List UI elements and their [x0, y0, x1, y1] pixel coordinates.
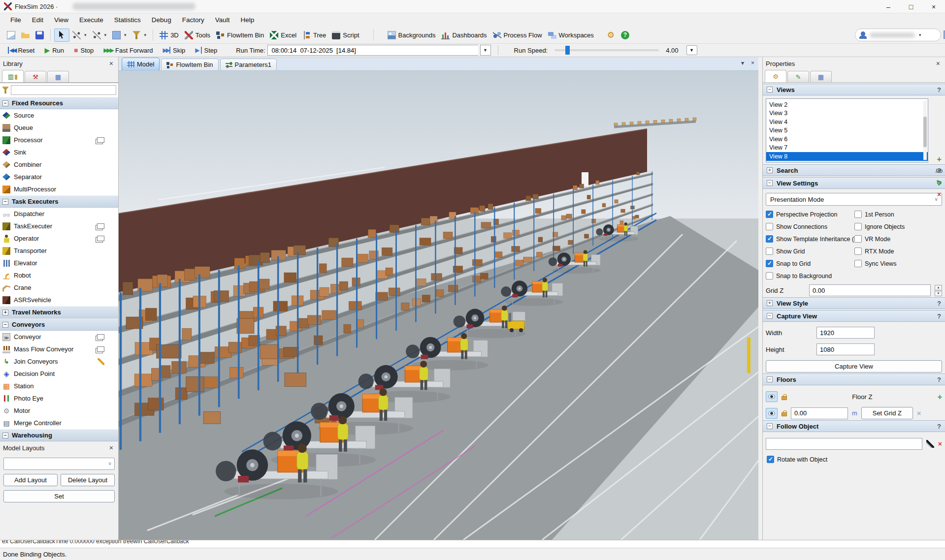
model-layouts-combobox[interactable]: ˅ — [3, 458, 115, 470]
library-item-separator[interactable]: Separator — [0, 171, 118, 183]
tab-model[interactable]: Model — [122, 58, 160, 70]
add-view-icon[interactable]: + — [937, 156, 941, 163]
library-group-task-executers[interactable]: −Task Executers — [0, 195, 118, 208]
help-icon[interactable]: ? — [937, 300, 941, 307]
library-item-crane[interactable]: Crane — [0, 281, 118, 294]
section-views[interactable]: −Views? — [763, 84, 945, 95]
delete-view-icon[interactable]: × — [937, 191, 941, 198]
library-item-station[interactable]: Station — [0, 380, 118, 392]
library-tab-toolbox[interactable]: ⚒ — [25, 71, 46, 82]
checkbox-icon[interactable] — [854, 211, 862, 218]
library-item-dispatcher[interactable]: Dispatcher — [0, 208, 118, 220]
library-item-conveyor[interactable]: Conveyor — [0, 331, 118, 343]
spinner-down-icon[interactable]: ▼ — [935, 291, 942, 296]
library-tab-objects[interactable]: ▥▮ — [2, 70, 24, 82]
menu-help[interactable]: Help — [235, 14, 260, 26]
library-item-join-conveyors[interactable]: Join Conveyors — [0, 355, 118, 368]
library-item-source[interactable]: Source — [0, 109, 118, 122]
run-button[interactable]: ▶Run — [40, 46, 68, 55]
help-icon[interactable]: ? — [937, 86, 941, 93]
help-icon[interactable]: ? — [937, 312, 941, 320]
view-item[interactable]: View 3 — [766, 109, 928, 118]
view-item[interactable]: View 7 — [766, 144, 928, 153]
lock-icon[interactable] — [782, 396, 787, 400]
capture-width-input[interactable] — [816, 327, 875, 339]
library-filter-input[interactable] — [11, 85, 116, 95]
views-scrollbar-thumb[interactable] — [923, 117, 927, 147]
set-grid-z-button[interactable]: Set Grid Z — [861, 407, 913, 419]
help-icon[interactable]: ? — [937, 423, 941, 430]
tab-list-chevron-icon[interactable]: ▾ — [741, 60, 744, 66]
backgrounds-button[interactable]: Backgrounds — [385, 29, 439, 41]
dashboards-button[interactable]: Dashboards — [438, 29, 489, 41]
library-close-icon[interactable]: × — [107, 60, 115, 67]
dropdown-arrow-icon[interactable]: ▾ — [104, 32, 107, 37]
checkbox-icon[interactable] — [766, 223, 773, 230]
maximize-button[interactable]: □ — [900, 0, 922, 13]
collapse-box-icon[interactable]: − — [767, 180, 773, 186]
views-listbox[interactable]: View 2 View 3 View 4 View 5 View 6 View … — [766, 98, 928, 162]
menu-vault[interactable]: Vault — [210, 14, 235, 26]
delete-layout-button[interactable]: Delete Layout — [61, 474, 115, 486]
checkbox-icon[interactable] — [854, 248, 862, 255]
section-floors[interactable]: −Floors? — [763, 373, 945, 385]
eyedropper-icon[interactable] — [926, 440, 934, 448]
checkbox-sync-views[interactable]: Sync Views — [854, 260, 905, 267]
checkbox-icon[interactable] — [766, 235, 773, 243]
checkbox-ignore-objects[interactable]: Ignore Objects — [854, 223, 905, 230]
settings-button[interactable] — [604, 29, 618, 41]
collapse-box-icon[interactable]: − — [767, 423, 773, 429]
checkbox-show-template-inheritance[interactable]: Show Template Inheritance (T) — [766, 235, 854, 243]
expand-box-icon[interactable]: + — [767, 167, 773, 173]
run-time-dropdown[interactable]: ▼ — [480, 45, 491, 56]
menu-factory[interactable]: Factory — [177, 14, 210, 26]
library-item-transporter[interactable]: Transporter — [0, 245, 118, 257]
dropdown-arrow-icon[interactable]: ▾ — [124, 32, 127, 37]
checkbox-snap-to-grid[interactable]: Snap to Grid — [766, 260, 854, 267]
section-view-settings[interactable]: −View Settings? — [763, 177, 945, 189]
floor-visibility-button[interactable] — [766, 391, 778, 402]
tab-parameters[interactable]: Parameters1 — [220, 59, 277, 70]
section-capture-view[interactable]: −Capture View? — [763, 310, 945, 322]
library-item-processor[interactable]: Processor — [0, 134, 118, 146]
view-item[interactable]: View 2 — [766, 100, 928, 109]
menu-debug[interactable]: Debug — [146, 14, 177, 26]
tree-button[interactable]: Tree — [299, 29, 329, 41]
workspaces-button[interactable]: Workspaces — [545, 29, 597, 41]
script-button[interactable]: Script — [329, 29, 362, 41]
new-model-button[interactable] — [4, 29, 18, 41]
section-view-style[interactable]: +View Style? — [763, 297, 945, 309]
open-button[interactable] — [18, 29, 33, 41]
view-item[interactable]: View 6 — [766, 135, 928, 144]
collapse-box-icon[interactable]: − — [2, 199, 8, 205]
reset-button[interactable]: ◀◀Reset — [4, 46, 38, 55]
view-mode-combobox[interactable]: Presentation Mode˅ — [766, 193, 942, 206]
library-item-combiner[interactable]: Combiner — [0, 158, 118, 171]
collapse-box-icon[interactable]: − — [767, 376, 773, 382]
excel-button[interactable]: Excel — [267, 29, 299, 41]
checkbox-icon[interactable] — [767, 456, 774, 463]
collapse-box-icon[interactable]: − — [767, 313, 773, 319]
tab-close-icon[interactable]: × — [751, 60, 754, 66]
menu-edit[interactable]: Edit — [27, 14, 49, 26]
floor-visibility-button[interactable] — [766, 408, 778, 419]
clear-follow-icon[interactable]: × — [938, 440, 942, 448]
expand-box-icon[interactable]: + — [2, 310, 8, 315]
checkbox-rotate-with-object[interactable]: Rotate with Object — [767, 456, 945, 463]
connect-objects-button[interactable]: ▾ — [69, 29, 90, 41]
checkbox-snap-to-background[interactable]: Snap to Background — [766, 272, 854, 280]
checkbox-icon[interactable] — [854, 235, 862, 243]
run-speed-dropdown[interactable]: ▼ — [686, 45, 697, 55]
collapse-box-icon[interactable]: − — [2, 100, 8, 106]
library-item-asrsvehicle[interactable]: ASRSvehicle — [0, 294, 118, 306]
library-item-taskexecuter[interactable]: TaskExecuter — [0, 220, 118, 232]
library-group-travel-networks[interactable]: +Travel Networks — [0, 306, 118, 318]
views-scrollbar[interactable] — [923, 101, 927, 160]
create-objects-button[interactable]: ▾ — [109, 29, 130, 41]
stop-button[interactable]: ■Stop — [70, 46, 98, 55]
tab-flowitem-bin[interactable]: FlowItem Bin — [161, 59, 218, 70]
spinner-up-icon[interactable]: ▲ — [935, 285, 942, 290]
step-button[interactable]: ▶Step — [191, 46, 221, 55]
collapse-box-icon[interactable]: − — [2, 322, 8, 328]
tools-button[interactable]: Tools — [182, 29, 213, 41]
